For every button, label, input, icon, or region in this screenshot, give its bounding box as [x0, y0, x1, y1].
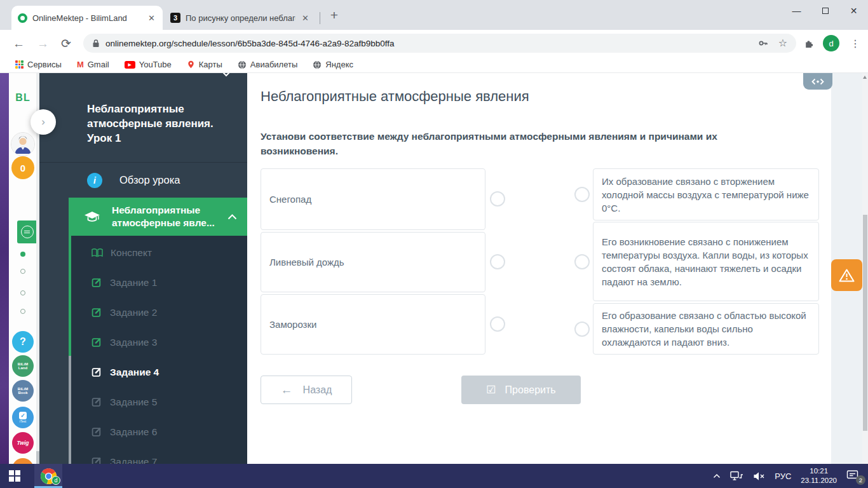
back-button[interactable]: ← Назад [261, 376, 352, 404]
rail-dot-active[interactable] [20, 252, 25, 257]
lesson-title: Неблагоприятные атмосферные явления. Уро… [87, 102, 240, 146]
chevron-down-icon[interactable] [221, 73, 231, 78]
start-button[interactable] [0, 464, 29, 488]
language-indicator[interactable]: РУС [775, 471, 791, 481]
onlinemektep-logo-icon [21, 226, 34, 238]
globe-icon [313, 60, 322, 69]
network-icon[interactable] [730, 471, 743, 481]
window-close-button[interactable]: ✕ [839, 0, 868, 22]
tab-close-icon[interactable]: ✕ [301, 13, 310, 23]
volume-muted-icon[interactable] [753, 471, 765, 481]
sidebar-item-task-1[interactable]: Задание 1 [69, 268, 247, 297]
pencil-square-icon [92, 426, 102, 437]
rail-dot[interactable] [20, 309, 25, 314]
expand-arrows-icon [811, 78, 825, 86]
tab-divider [320, 12, 320, 24]
back-arrow-icon: ← [281, 383, 293, 397]
sidebar-item-task-5[interactable]: Задание 5 [69, 387, 247, 417]
tab-onlinemektep[interactable]: OnlineMektep - BilimLand ✕ [11, 6, 163, 30]
new-tab-button[interactable]: + [326, 8, 342, 23]
points-badge[interactable]: 0 [11, 156, 34, 179]
scrollbar-up-icon[interactable] [863, 76, 867, 79]
sidebar-item-task-7[interactable]: Задание 7 [69, 447, 247, 464]
onlinemektep-app-icon[interactable] [17, 220, 37, 243]
rail-dot[interactable] [20, 290, 25, 295]
onlinemektep-favicon-icon [18, 13, 27, 23]
bookmark-star-icon[interactable]: ☆ [778, 38, 787, 48]
extensions-puzzle-icon[interactable] [804, 38, 815, 49]
match-radio-right-1[interactable] [574, 187, 590, 202]
chrome-profile-badge: d [51, 476, 60, 485]
avatar-person-icon [11, 133, 34, 156]
window-minimize-button[interactable]: — [782, 0, 811, 22]
bilimland-app-icon[interactable]: BiLiM Land [12, 355, 34, 377]
browser-menu-icon[interactable]: ⋮ [848, 37, 863, 50]
tab-close-icon[interactable]: ✕ [147, 13, 156, 23]
clock[interactable]: 10:21 23.11.2020 [801, 466, 837, 485]
tray-chevron-up-icon[interactable] [713, 473, 721, 478]
match-left-option-2[interactable]: Ливневый дождь [261, 232, 485, 292]
key-icon[interactable] [758, 38, 768, 48]
action-center-button[interactable]: 2 [846, 470, 862, 482]
sidebar-expand-button[interactable]: › [31, 109, 56, 135]
forward-icon[interactable]: → [37, 37, 49, 50]
taskbar-chrome-button[interactable]: d [34, 464, 62, 488]
match-right-option-1[interactable]: Их образование связано с вторжением холо… [593, 168, 819, 220]
window-maximize-button[interactable] [811, 0, 839, 22]
bookmark-aviabilety[interactable]: Авиабилеты [238, 60, 297, 69]
item-label: Задание 6 [110, 426, 157, 438]
graduation-cap-icon [84, 211, 100, 223]
rail-dot[interactable] [20, 269, 25, 274]
back-icon[interactable]: ← [13, 37, 25, 50]
match-right-option-2[interactable]: Его возникновение связано с понижением т… [593, 222, 819, 301]
maps-pin-icon [187, 60, 195, 69]
bookmark-gmail[interactable]: M Gmail [77, 60, 109, 69]
user-avatar[interactable] [11, 132, 35, 156]
bookmark-youtube[interactable]: ▶ YouTube [125, 60, 172, 69]
reload-icon[interactable]: ⟳ [61, 37, 71, 50]
item-label: Задание 2 [110, 307, 157, 318]
match-radio-left-1[interactable] [490, 191, 505, 207]
pencil-square-icon [92, 277, 102, 288]
bilimbook-app-icon[interactable]: BiLiM Book [12, 380, 34, 402]
match-right-option-3[interactable]: Его образование связано с областью высок… [593, 303, 819, 355]
sidebar-item-task-4-active[interactable]: Задание 4 [69, 357, 247, 387]
match-left-option-3[interactable]: Заморозки [261, 294, 485, 355]
twig-app-icon[interactable]: Twig [12, 432, 34, 454]
tab-second[interactable]: 3 По рисунку определи неблагоп ✕ [164, 6, 316, 30]
check-button[interactable]: ☑ Проверить [461, 376, 581, 404]
lesson-sidebar: Неблагоприятные атмосферные явления. Уро… [39, 73, 247, 464]
match-radio-right-2[interactable] [574, 254, 590, 269]
bookmark-yandex[interactable]: Яндекс [313, 60, 353, 69]
tab-second-favicon-icon: 3 [170, 13, 180, 23]
exercise-title: Неблагоприятные атмосферные явления [261, 88, 529, 105]
bilimland-logo: BL [9, 92, 37, 104]
sidebar-section-active[interactable]: Неблагоприятные атмосферные явле... [69, 198, 247, 236]
sidebar-item-overview[interactable]: i Обзор урока [39, 163, 247, 198]
windows-taskbar: d РУС 10:21 23.11.2020 2 [0, 464, 868, 488]
toolbar-right: d ⋮ [804, 35, 868, 51]
sidebar-item-konspekt[interactable]: Конспект [69, 238, 247, 268]
book-icon [92, 248, 103, 257]
sidebar-item-task-3[interactable]: Задание 3 [69, 327, 247, 357]
help-button[interactable]: ? [12, 331, 34, 353]
sidebar-item-task-2[interactable]: Задание 2 [69, 297, 247, 327]
itest-app-icon[interactable]: ✓ iTest [12, 407, 34, 428]
bookmark-services[interactable]: Сервисы [15, 60, 62, 69]
fullscreen-button[interactable] [803, 73, 832, 90]
match-left-option-1[interactable]: Снегопад [261, 168, 485, 230]
profile-avatar[interactable]: d [823, 35, 839, 51]
url-text[interactable]: onlinemektep.org/schedule/lesson/6b5ba3d… [105, 39, 395, 48]
itest-label: iTest [20, 420, 26, 423]
gmail-icon: M [77, 60, 84, 69]
report-problem-button[interactable] [831, 259, 862, 291]
bookmark-maps[interactable]: Карты [187, 60, 222, 69]
sidebar-item-task-6[interactable]: Задание 6 [69, 417, 247, 447]
bookmark-label: Gmail [88, 60, 109, 69]
match-radio-right-3[interactable] [574, 322, 590, 337]
lock-icon [92, 39, 100, 48]
match-radio-left-3[interactable] [490, 316, 505, 332]
page-scrollbar-thumb[interactable] [863, 215, 867, 431]
match-radio-left-2[interactable] [490, 254, 505, 269]
address-bar[interactable]: onlinemektep.org/schedule/lesson/6b5ba3d… [83, 34, 796, 53]
